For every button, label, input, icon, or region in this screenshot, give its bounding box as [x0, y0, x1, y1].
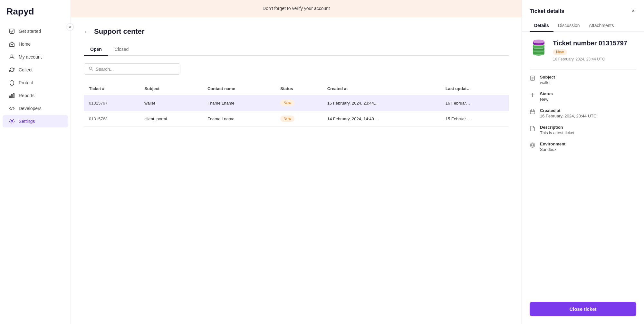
page-area: ← Support center Open Closed Ticke	[71, 17, 522, 324]
col-contact-name: Contact name	[202, 82, 275, 95]
sidebar-item-developers[interactable]: Developers	[3, 102, 68, 115]
status-value: New	[540, 97, 553, 102]
panel-title: Ticket details	[530, 8, 564, 14]
status-label: Status	[540, 91, 553, 96]
status-badge: New	[280, 100, 294, 106]
col-subject: Subject	[139, 82, 202, 95]
description-value: This is a test ticket	[540, 130, 574, 135]
back-button[interactable]: ←	[84, 28, 90, 35]
page-header: ← Support center	[84, 27, 509, 36]
panel-tab-discussion[interactable]: Discussion	[553, 20, 584, 32]
contact-name-cell: Fname Lname	[202, 111, 275, 127]
svg-line-8	[92, 69, 93, 71]
bar-chart-icon	[9, 93, 15, 98]
detail-row-subject: Subject wallet	[530, 75, 636, 85]
subject-label: Subject	[540, 75, 555, 79]
detail-row-created-at: Created at 16 February, 2024, 23:44 UTC	[530, 108, 636, 118]
tab-closed[interactable]: Closed	[108, 43, 135, 56]
svg-point-18	[533, 40, 544, 43]
svg-rect-4	[13, 94, 14, 98]
sidebar-item-protect[interactable]: Protect	[3, 77, 68, 89]
globe-icon	[530, 142, 536, 149]
ticket-status-badge: New	[553, 49, 567, 55]
status-cell: New	[275, 95, 322, 111]
account-verification-banner: Don't forget to verify your account	[71, 0, 522, 17]
page-title: Support center	[94, 27, 144, 36]
panel-tab-attachments[interactable]: Attachments	[584, 20, 619, 32]
sidebar-item-my-account[interactable]: My account	[3, 51, 68, 63]
environment-value: Sandbox	[540, 147, 565, 152]
checkbox-icon	[9, 28, 15, 34]
created-at-cell: 14 February, 2024, 14:40 ...	[322, 111, 440, 127]
app-logo: Rapyd	[0, 0, 71, 22]
subject-cell: client_portal	[139, 111, 202, 127]
user-icon	[9, 54, 15, 60]
created-at-cell: 16 February, 2024, 23:44...	[322, 95, 440, 111]
sidebar-item-label: My account	[19, 54, 42, 60]
gear-icon	[9, 118, 15, 124]
col-ticket-num: Ticket #	[84, 82, 139, 95]
divider	[530, 69, 636, 69]
shield-icon	[9, 80, 15, 86]
created-at-label: Created at	[540, 108, 596, 113]
panel-tab-details[interactable]: Details	[530, 20, 553, 32]
svg-point-6	[11, 121, 13, 122]
ticket-number-title: Ticket number 01315797	[553, 40, 627, 47]
table-row[interactable]: 01315763 client_portal Fname Lname New 1…	[84, 111, 509, 127]
home-icon	[9, 41, 15, 47]
ticket-date: 16 February, 2024, 23:44 UTC	[553, 57, 627, 61]
subject-cell: wallet	[139, 95, 202, 111]
created-at-detail: Created at 16 February, 2024, 23:44 UTC	[540, 108, 596, 118]
svg-rect-2	[10, 96, 11, 98]
sidebar-item-label: Get started	[19, 29, 41, 34]
refresh-icon	[9, 67, 15, 73]
sidebar-item-label: Reports	[19, 93, 34, 98]
sidebar-item-get-started[interactable]: Get started	[3, 25, 68, 37]
subject-value: wallet	[540, 80, 555, 85]
status-badge: New	[280, 116, 294, 122]
svg-point-1	[11, 55, 13, 57]
svg-rect-25	[530, 110, 535, 114]
ticket-icon	[530, 40, 548, 58]
sidebar-collapse-button[interactable]: «	[66, 23, 74, 31]
banner-text: Don't forget to verify your account	[263, 6, 330, 11]
detail-row-status: Status New	[530, 91, 636, 102]
sidebar-item-label: Home	[19, 42, 31, 47]
document-icon	[530, 75, 536, 82]
detail-row-description: Description This is a test ticket	[530, 125, 636, 135]
tab-open[interactable]: Open	[84, 43, 108, 56]
ticket-number-cell: 01315763	[84, 111, 139, 127]
search-icon	[89, 66, 93, 72]
svg-point-7	[89, 67, 92, 69]
sidebar-item-reports[interactable]: Reports	[3, 89, 68, 102]
calendar-icon	[530, 109, 536, 115]
environment-label: Environment	[540, 142, 565, 146]
code-icon	[9, 106, 15, 111]
ticket-number-cell: 01315797	[84, 95, 139, 111]
sidebar-item-home[interactable]: Home	[3, 38, 68, 50]
file-icon	[530, 125, 536, 132]
search-bar	[84, 63, 180, 75]
sidebar-item-settings[interactable]: Settings	[3, 115, 68, 127]
status-detail: Status New	[540, 91, 553, 102]
table-row[interactable]: 01315797 wallet Fname Lname New 16 Febru…	[84, 95, 509, 111]
panel-header: Ticket details ×	[522, 0, 644, 16]
panel-body: Ticket number 01315797 New 16 February, …	[522, 32, 644, 302]
tickets-table: Ticket # Subject Contact name Status Cre…	[84, 82, 509, 127]
environment-detail: Environment Sandbox	[540, 142, 565, 152]
close-ticket-button[interactable]: Close ticket	[530, 302, 636, 316]
sidebar-item-collect[interactable]: Collect	[3, 64, 68, 76]
ticket-info-header: Ticket number 01315797 New 16 February, …	[530, 40, 636, 61]
main-content: Don't forget to verify your account ← Su…	[71, 0, 522, 324]
sidebar-item-label: Protect	[19, 80, 33, 85]
last-updated-cell: 15 Februar…	[440, 111, 509, 127]
sidebar: Rapyd Get started Home	[0, 0, 71, 324]
description-detail: Description This is a test ticket	[540, 125, 574, 135]
search-input[interactable]	[96, 67, 176, 72]
col-created-at: Created at	[322, 82, 440, 95]
ticket-panel: Ticket details × Details Discussion Atta…	[522, 0, 644, 324]
close-panel-button[interactable]: ×	[630, 6, 636, 16]
contact-name-cell: Fname Lname	[202, 95, 275, 111]
panel-tabs: Details Discussion Attachments	[522, 20, 644, 32]
status-cell: New	[275, 111, 322, 127]
